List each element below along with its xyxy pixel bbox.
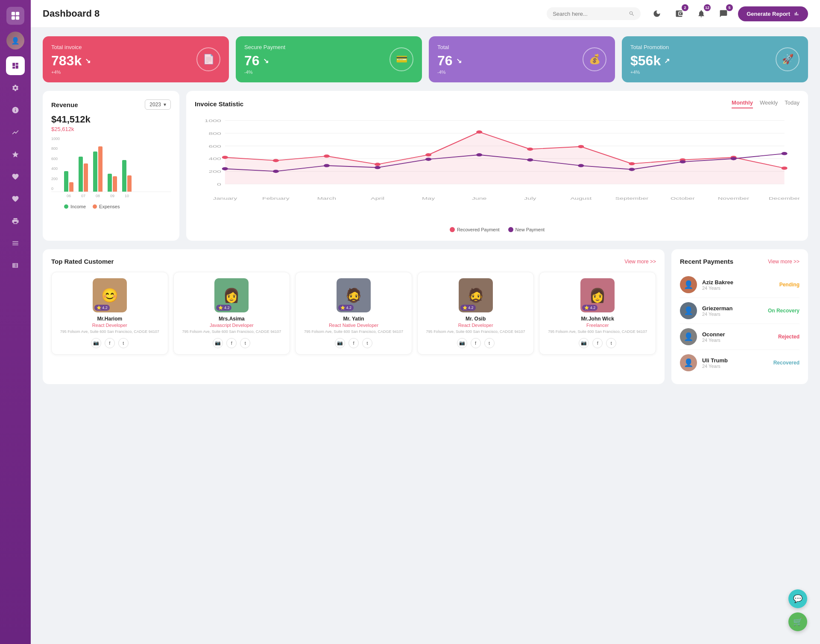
payment-name: Griezerman bbox=[702, 305, 763, 312]
customer-name: Mr.Hariom bbox=[56, 316, 164, 322]
year-selector[interactable]: 2023 ▾ bbox=[145, 99, 171, 110]
customers-view-more[interactable]: View more >> bbox=[624, 259, 656, 265]
bell-icon-btn[interactable]: 12 bbox=[694, 6, 709, 21]
revenue-chart-title: Revenue bbox=[51, 101, 78, 108]
instagram-icon[interactable]: 📷 bbox=[579, 338, 589, 348]
customer-name: Mrs.Asima bbox=[178, 316, 286, 322]
twitter-icon[interactable]: t bbox=[118, 338, 129, 348]
customer-address: 795 Folsom Ave, Suite 600 San Francisco,… bbox=[422, 329, 530, 335]
line-chart-container: 02004006008001000JanuaryFebruaryMarchApr… bbox=[195, 113, 800, 224]
expenses-bar bbox=[69, 182, 73, 192]
tab-monthly[interactable]: Monthly bbox=[732, 99, 753, 108]
avatar[interactable]: 👤 bbox=[6, 32, 24, 50]
bar-group bbox=[122, 160, 132, 192]
customer-address: 795 Folsom Ave, Suite 600 San Francisco,… bbox=[300, 329, 407, 335]
customer-name: Mr.John Wick bbox=[544, 316, 651, 322]
sidebar-item-dashboard[interactable] bbox=[6, 56, 25, 75]
sidebar-item-menu[interactable] bbox=[6, 234, 25, 253]
bar-chart-legend: Income Expenses bbox=[51, 204, 171, 209]
sidebar-item-info[interactable] bbox=[6, 101, 25, 119]
stat-icon-total: 💰 bbox=[583, 47, 606, 71]
stat-card-payment: Secure Payment 76 ↘ -4% 💳 bbox=[236, 36, 422, 82]
expenses-bar bbox=[84, 163, 88, 192]
twitter-icon[interactable]: t bbox=[484, 338, 495, 348]
float-support-btn[interactable]: 💬 bbox=[788, 589, 807, 608]
instagram-icon[interactable]: 📷 bbox=[457, 338, 467, 348]
customer-role: React Developer bbox=[422, 323, 530, 328]
customer-card: 🧔 ⭐ 4.2 Mr. Yatin React Native Developer… bbox=[295, 272, 412, 355]
customer-name: Mr. Osib bbox=[422, 316, 530, 322]
search-bar[interactable] bbox=[547, 7, 641, 20]
customer-avatar: 🧔 ⭐ 4.2 bbox=[459, 278, 493, 312]
facebook-icon[interactable]: f bbox=[471, 338, 481, 348]
customer-address: 795 Folsom Ave, Suite 600 San Francisco,… bbox=[56, 329, 164, 335]
svg-text:800: 800 bbox=[208, 131, 221, 136]
svg-point-49 bbox=[679, 160, 685, 163]
customer-address: 795 Folsom Ave, Suite 600 San Francisco,… bbox=[544, 329, 651, 335]
customer-socials: 📷 f t bbox=[300, 338, 407, 348]
sidebar-item-star[interactable] bbox=[6, 145, 25, 164]
payment-item: 👤 Griezerman 24 Years On Recovery bbox=[680, 298, 800, 324]
chat-icon-btn[interactable]: 5 bbox=[716, 6, 731, 21]
new-dot bbox=[508, 227, 513, 232]
sidebar-item-heart2[interactable] bbox=[6, 189, 25, 208]
svg-text:October: October bbox=[671, 196, 695, 201]
customer-card: 👩 ⭐ 4.2 Mrs.Asima Javascript Developer 7… bbox=[173, 272, 290, 355]
twitter-icon[interactable]: t bbox=[362, 338, 372, 348]
svg-point-50 bbox=[730, 157, 736, 160]
svg-rect-1 bbox=[16, 12, 19, 15]
customer-avatar: 😊 ⭐ 4.2 bbox=[93, 278, 127, 312]
x-label: 10 bbox=[122, 194, 132, 198]
svg-text:September: September bbox=[615, 196, 649, 201]
customer-socials: 📷 f t bbox=[422, 338, 530, 348]
instagram-icon[interactable]: 📷 bbox=[213, 338, 223, 348]
payment-item: 👤 Uli Trumb 24 Years Recovered bbox=[680, 350, 800, 376]
customer-role: Freelancer bbox=[544, 323, 651, 328]
wallet-icon-btn[interactable]: 2 bbox=[671, 6, 687, 21]
revenue-bar-chart: 1000 800 600 400 200 0 0607080910 bbox=[51, 137, 171, 201]
search-input[interactable] bbox=[553, 11, 625, 17]
customer-avatar: 🧔 ⭐ 4.2 bbox=[337, 278, 371, 312]
bar-group bbox=[64, 171, 73, 192]
instagram-icon[interactable]: 📷 bbox=[91, 338, 101, 348]
svg-point-35 bbox=[578, 145, 584, 148]
sidebar-item-analytics[interactable] bbox=[6, 123, 25, 142]
stat-label-invoice: Total invoice bbox=[51, 44, 91, 50]
float-buttons: 💬 🛒 bbox=[788, 589, 807, 631]
chat-badge: 5 bbox=[726, 4, 733, 11]
sidebar-logo[interactable] bbox=[6, 7, 24, 25]
sidebar-item-print[interactable] bbox=[6, 212, 25, 230]
payments-view-more[interactable]: View more >> bbox=[768, 259, 800, 265]
instagram-icon[interactable]: 📷 bbox=[335, 338, 345, 348]
stat-icon-invoice: 📄 bbox=[196, 47, 220, 71]
tab-today[interactable]: Today bbox=[785, 99, 800, 108]
sidebar-item-heart[interactable] bbox=[6, 167, 25, 186]
customer-avatar: 👩 ⭐ 4.2 bbox=[580, 278, 615, 312]
float-cart-btn[interactable]: 🛒 bbox=[788, 612, 807, 631]
twitter-icon[interactable]: t bbox=[606, 338, 616, 348]
dark-mode-toggle[interactable] bbox=[649, 6, 665, 21]
svg-point-44 bbox=[425, 157, 431, 160]
customers-card: Top Rated Customer View more >> 😊 ⭐ 4.2 … bbox=[43, 249, 665, 384]
facebook-icon[interactable]: f bbox=[226, 338, 237, 348]
svg-text:December: December bbox=[769, 196, 800, 201]
expenses-bar bbox=[98, 146, 102, 192]
svg-point-32 bbox=[425, 153, 431, 156]
svg-point-43 bbox=[375, 166, 381, 169]
facebook-icon[interactable]: f bbox=[105, 338, 115, 348]
legend-new: New Payment bbox=[508, 227, 545, 232]
facebook-icon[interactable]: f bbox=[592, 338, 603, 348]
svg-text:400: 400 bbox=[208, 157, 221, 161]
sidebar-item-list[interactable] bbox=[6, 256, 25, 275]
customer-name: Mr. Yatin bbox=[300, 316, 407, 322]
payment-name: Uli Trumb bbox=[702, 357, 768, 364]
generate-report-button[interactable]: Generate Report bbox=[738, 6, 808, 21]
tab-weekly[interactable]: Weekly bbox=[760, 99, 778, 108]
facebook-icon[interactable]: f bbox=[348, 338, 359, 348]
twitter-icon[interactable]: t bbox=[240, 338, 250, 348]
sidebar-item-settings[interactable] bbox=[6, 79, 25, 97]
payment-info: Aziz Bakree 24 Years bbox=[702, 279, 774, 291]
svg-text:August: August bbox=[571, 196, 592, 201]
stat-card-promotion: Total Promotion $56k ↗ +4% 🚀 bbox=[622, 36, 808, 82]
stat-trend-invoice: +4% bbox=[51, 70, 91, 75]
